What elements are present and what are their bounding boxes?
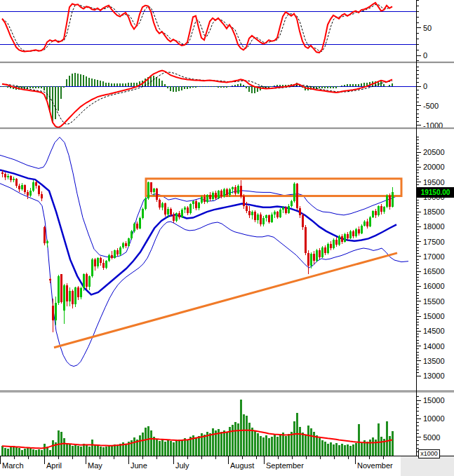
svg-text:18500: 18500 <box>423 208 445 216</box>
svg-text:15000: 15000 <box>423 312 445 320</box>
svg-text:17500: 17500 <box>423 238 445 246</box>
svg-text:November: November <box>357 461 393 470</box>
svg-text:0: 0 <box>423 82 427 90</box>
volume-panel <box>1 400 394 456</box>
svg-text:16000: 16000 <box>423 282 445 290</box>
svg-text:13500: 13500 <box>423 357 445 365</box>
svg-text:17000: 17000 <box>423 252 445 261</box>
right-axis-stochastic-panel: 500 <box>416 1 432 61</box>
svg-text:July: July <box>175 461 189 470</box>
svg-text:16500: 16500 <box>423 267 445 276</box>
svg-text:June: June <box>131 461 147 470</box>
svg-text:-500: -500 <box>423 102 439 110</box>
svg-text:March: March <box>2 461 24 470</box>
svg-text:15500: 15500 <box>423 297 445 306</box>
svg-text:September: September <box>266 461 304 470</box>
last-price-label: 19150.00 <box>417 187 454 198</box>
svg-text:May: May <box>88 461 102 470</box>
volume-unit-label: x1000 <box>418 449 440 458</box>
svg-text:5000: 5000 <box>423 433 440 442</box>
macd-panel <box>0 71 416 128</box>
svg-text:18000: 18000 <box>423 222 445 231</box>
svg-text:14500: 14500 <box>423 327 445 335</box>
svg-text:August: August <box>230 461 254 470</box>
stochastic-panel <box>0 3 416 53</box>
right-axis-price-panel: 2050020000195001900018500180001750017000… <box>416 137 445 380</box>
svg-text:13000: 13000 <box>423 372 445 380</box>
svg-text:15000: 15000 <box>423 396 445 404</box>
svg-text:14000: 14000 <box>423 342 445 351</box>
month-axis: MarchAprilMayJuneJulyAugustSeptemberNove… <box>0 456 454 470</box>
svg-text:20000: 20000 <box>423 163 445 171</box>
svg-text:April: April <box>46 461 62 470</box>
svg-text:50: 50 <box>423 24 432 32</box>
svg-text:19500: 19500 <box>423 178 445 186</box>
svg-text:10000: 10000 <box>423 414 445 423</box>
right-axis-volume-panel: 15000100005000 <box>416 396 445 452</box>
axis-corner-filler <box>401 456 454 476</box>
svg-text:0: 0 <box>423 51 427 60</box>
svg-text:20500: 20500 <box>423 148 445 156</box>
right-axis-macd-panel: 0-500-1000 <box>416 67 443 130</box>
stock-chart-svg: 5000-500-1000205002000019500190001850018… <box>0 0 454 476</box>
stock-chart-window: 5000-500-1000205002000019500190001850018… <box>0 0 454 476</box>
price-panel <box>0 137 408 367</box>
